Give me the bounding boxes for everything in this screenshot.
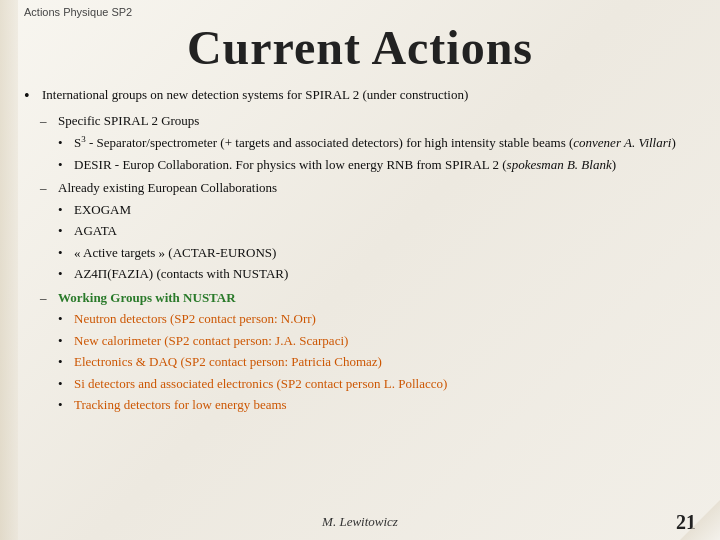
spiral-sub-list: • S3 - Separator/spectrometer (+ targets… — [58, 133, 696, 174]
small-dot-2: • — [58, 155, 74, 175]
dash-1: – — [40, 111, 58, 131]
sub-item-nustar: – Working Groups with NUSTAR — [40, 288, 696, 308]
spiral-sub-2: • DESIR - Europ Collaboration. For physi… — [58, 155, 696, 175]
dash-3: – — [40, 288, 58, 308]
eu-sub-4: • AZ4Π(FAZIA) (contacts with NUSTAR) — [58, 264, 696, 284]
european-sub-list: • EXOGAM • AGATA • « Active targets » (A… — [58, 200, 696, 284]
sub-item-european: – Already existing European Collaboratio… — [40, 178, 696, 198]
eu-sub-3-text: « Active targets » (ACTAR-EURONS) — [74, 243, 276, 263]
sub-item-spiral-label: Specific SPIRAL 2 Groups — [58, 111, 199, 131]
nustar-sub-1-text: Neutron detectors (SP2 contact person: N… — [74, 309, 316, 329]
main-bullet-text: International groups on new detection sy… — [42, 85, 696, 107]
content-area: • International groups on new detection … — [24, 85, 696, 415]
nustar-sub-3: • Electronics & DAQ (SP2 contact person:… — [58, 352, 696, 372]
spiral-sub-2-text: DESIR - Europ Collaboration. For physics… — [74, 155, 616, 175]
sub-item-spiral: – Specific SPIRAL 2 Groups — [40, 111, 696, 131]
nustar-sub-2: • New calorimeter (SP2 contact person: J… — [58, 331, 696, 351]
page-title: Current Actions — [24, 20, 696, 75]
eu-sub-1-text: EXOGAM — [74, 200, 131, 220]
footer: M. Lewitowicz 21 — [0, 514, 720, 530]
eu-sub-2: • AGATA — [58, 221, 696, 241]
top-label: Actions Physique SP2 — [24, 6, 696, 18]
eu-sub-1: • EXOGAM — [58, 200, 696, 220]
nustar-sub-4-text: Si detectors and associated electronics … — [74, 374, 447, 394]
sub-item-european-label: Already existing European Collaborations — [58, 178, 277, 198]
spiral-sub-1: • S3 - Separator/spectrometer (+ targets… — [58, 133, 696, 153]
bullet-dot: • — [24, 85, 42, 107]
sub-list: – Specific SPIRAL 2 Groups • S3 - Separa… — [40, 111, 696, 414]
nustar-sub-4: • Si detectors and associated electronic… — [58, 374, 696, 394]
sub-item-nustar-label: Working Groups with NUSTAR — [58, 288, 236, 308]
nustar-sub-5: • Tracking detectors for low energy beam… — [58, 395, 696, 415]
nustar-sub-1: • Neutron detectors (SP2 contact person:… — [58, 309, 696, 329]
dash-2: – — [40, 178, 58, 198]
page-container: Actions Physique SP2 Current Actions • I… — [0, 0, 720, 540]
eu-sub-2-text: AGATA — [74, 221, 117, 241]
spiral-sub-1-text: S3 - Separator/spectrometer (+ targets a… — [74, 133, 676, 153]
eu-sub-4-text: AZ4Π(FAZIA) (contacts with NUSTAR) — [74, 264, 288, 284]
nustar-sub-2-text: New calorimeter (SP2 contact person: J.A… — [74, 331, 348, 351]
nustar-sub-list: • Neutron detectors (SP2 contact person:… — [58, 309, 696, 415]
main-bullet-item: • International groups on new detection … — [24, 85, 696, 107]
nustar-sub-5-text: Tracking detectors for low energy beams — [74, 395, 287, 415]
footer-author: M. Lewitowicz — [322, 514, 398, 530]
eu-sub-3: • « Active targets » (ACTAR-EURONS) — [58, 243, 696, 263]
small-dot-1: • — [58, 133, 74, 153]
nustar-sub-3-text: Electronics & DAQ (SP2 contact person: P… — [74, 352, 382, 372]
